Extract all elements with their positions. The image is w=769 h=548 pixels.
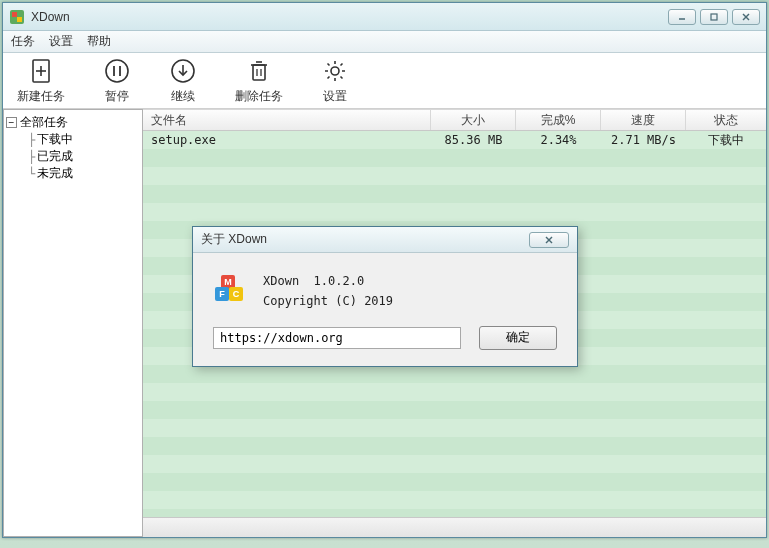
copyright-text: Copyright (C) 2019 — [263, 291, 393, 311]
table-header: 文件名 大小 完成% 速度 状态 — [143, 109, 766, 131]
cell-speed: 2.71 MB/s — [601, 131, 686, 149]
cell-percent: 2.34% — [516, 131, 601, 149]
dialog-footer: https://xdown.org 确定 — [193, 320, 577, 350]
col-header-size[interactable]: 大小 — [431, 110, 516, 130]
toolbar: 新建任务 暂停 继续 删除任务 设置 — [3, 53, 766, 109]
titlebar: XDown — [3, 3, 766, 31]
pause-icon — [103, 57, 131, 85]
mfc-icon: MFC — [213, 271, 249, 312]
col-header-name[interactable]: 文件名 — [143, 110, 431, 130]
window-title: XDown — [31, 10, 668, 24]
col-header-status[interactable]: 状态 — [686, 110, 766, 130]
settings-button[interactable]: 设置 — [321, 57, 349, 105]
ok-button[interactable]: 确定 — [479, 326, 557, 350]
about-info: XDown 1.0.2.0 Copyright (C) 2019 — [263, 271, 393, 312]
tree-collapse-icon[interactable]: − — [6, 117, 17, 128]
window-controls — [668, 9, 760, 25]
maximize-button[interactable] — [700, 9, 728, 25]
tree-root-item[interactable]: − 全部任务 — [6, 114, 140, 131]
svg-rect-2 — [17, 17, 22, 22]
url-field[interactable]: https://xdown.org — [213, 327, 461, 349]
sidebar-tree: − 全部任务 ├下载中 ├已完成 └未完成 — [3, 109, 143, 537]
svg-text:M: M — [224, 277, 232, 287]
tree-item-downloading[interactable]: ├下载中 — [28, 131, 140, 148]
svg-text:F: F — [219, 289, 225, 299]
dialog-close-button[interactable] — [529, 232, 569, 248]
delete-task-button[interactable]: 删除任务 — [235, 57, 283, 105]
svg-rect-15 — [253, 65, 265, 80]
dialog-title: 关于 XDown — [201, 231, 529, 248]
file-plus-icon — [27, 57, 55, 85]
toolbar-label: 新建任务 — [17, 88, 65, 105]
gear-icon — [321, 57, 349, 85]
tree-item-incomplete[interactable]: └未完成 — [28, 165, 140, 182]
pause-button[interactable]: 暂停 — [103, 57, 131, 105]
tree-item-completed[interactable]: ├已完成 — [28, 148, 140, 165]
tree-branch-icon: ├ — [28, 133, 35, 147]
svg-point-20 — [331, 67, 339, 75]
menu-settings[interactable]: 设置 — [49, 33, 73, 50]
dialog-titlebar: 关于 XDown — [193, 227, 577, 253]
col-header-percent[interactable]: 完成% — [516, 110, 601, 130]
product-name: XDown — [263, 274, 299, 288]
app-icon — [9, 9, 25, 25]
cell-status: 下载中 — [686, 131, 766, 149]
tree-branch-icon: └ — [28, 167, 35, 181]
about-dialog: 关于 XDown MFC XDown 1.0.2.0 Copyright (C)… — [192, 226, 578, 367]
col-header-speed[interactable]: 速度 — [601, 110, 686, 130]
toolbar-label: 继续 — [171, 88, 195, 105]
cell-name: setup.exe — [143, 131, 431, 149]
cell-size: 85.36 MB — [431, 131, 516, 149]
svg-rect-1 — [12, 12, 17, 17]
trash-icon — [245, 57, 273, 85]
menubar: 任务 设置 帮助 — [3, 31, 766, 53]
toolbar-label: 暂停 — [105, 88, 129, 105]
menu-help[interactable]: 帮助 — [87, 33, 111, 50]
close-button[interactable] — [732, 9, 760, 25]
dialog-body: MFC XDown 1.0.2.0 Copyright (C) 2019 — [193, 253, 577, 320]
minimize-button[interactable] — [668, 9, 696, 25]
product-version: 1.0.2.0 — [314, 274, 365, 288]
toolbar-label: 设置 — [323, 88, 347, 105]
tree-children: ├下载中 ├已完成 └未完成 — [6, 131, 140, 182]
new-task-button[interactable]: 新建任务 — [17, 57, 65, 105]
svg-point-10 — [106, 60, 128, 82]
table-row[interactable]: setup.exe 85.36 MB 2.34% 2.71 MB/s 下载中 — [143, 131, 766, 149]
svg-text:C: C — [233, 289, 240, 299]
tree-root-label: 全部任务 — [20, 114, 68, 131]
download-circle-icon — [169, 57, 197, 85]
menu-task[interactable]: 任务 — [11, 33, 35, 50]
status-bar — [143, 517, 766, 537]
tree-branch-icon: ├ — [28, 150, 35, 164]
svg-rect-4 — [711, 14, 717, 20]
toolbar-label: 删除任务 — [235, 88, 283, 105]
close-icon — [543, 235, 555, 245]
resume-button[interactable]: 继续 — [169, 57, 197, 105]
